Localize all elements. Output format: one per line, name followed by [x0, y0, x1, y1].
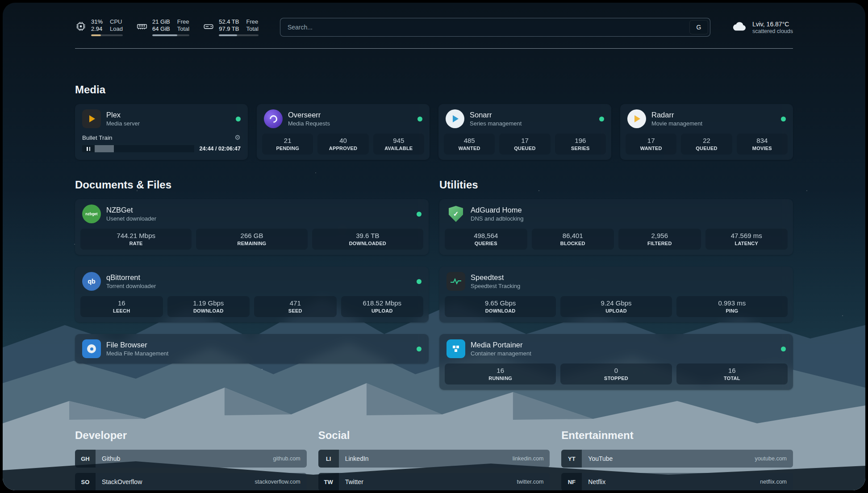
- stat-ping: 0.993 ms PING: [676, 296, 788, 317]
- playback-progress-bar[interactable]: [95, 145, 194, 152]
- section-utilities: Utilities ✓ AdGuard Home DNS and adblock…: [439, 179, 793, 390]
- service-card-speedtest[interactable]: Speedtest Speedtest Tracking 9.65 Gbps D…: [439, 267, 793, 322]
- bookmark-domain: stackoverflow.com: [255, 479, 307, 485]
- status-dot: [417, 279, 421, 284]
- plex-icon: [82, 109, 101, 128]
- bookmark-name: StackOverflow: [96, 478, 142, 485]
- bookmark-github[interactable]: GH Github github.com: [75, 450, 307, 468]
- cpu-label: CPU: [110, 18, 123, 25]
- bookmark-abbr: YT: [561, 450, 582, 468]
- cpu-usage-bar: [91, 34, 123, 36]
- stat-pending: 21 PENDING: [262, 134, 313, 155]
- status-dot: [417, 212, 421, 217]
- documents-section-title: Documents & Files: [75, 179, 429, 191]
- top-bar: 31% CPU 2.94 Load: [75, 3, 793, 37]
- service-card-radarr[interactable]: Radarr Movie management 17 WANTED 22 QUE…: [620, 104, 793, 160]
- stat-download: 9.65 Gbps DOWNLOAD: [445, 296, 556, 317]
- cpu-widget: 31% CPU 2.94 Load: [75, 18, 123, 36]
- bookmark-linkedin[interactable]: LI LinkedIn linkedin.com: [318, 450, 550, 468]
- bookmark-name: YouTube: [582, 455, 613, 462]
- memory-total-label: Total: [177, 25, 189, 32]
- stat-total: 16 TOTAL: [676, 363, 788, 384]
- service-description: Series management: [470, 120, 522, 127]
- stat-running: 16 RUNNING: [445, 363, 556, 384]
- service-card-sonarr[interactable]: Sonarr Series management 485 WANTED 17 Q…: [438, 104, 611, 160]
- bookmark-abbr: NF: [561, 473, 582, 490]
- disk-widget: 52.4 TB Free 97.9 TB Total: [203, 18, 259, 36]
- disk-icon: [203, 21, 214, 34]
- developer-section-title: Developer: [75, 429, 307, 442]
- cloud-icon: [732, 21, 748, 34]
- snow-specks: [3, 3, 4, 4]
- service-card-overseerr[interactable]: Overseerr Media Requests 21 PENDING 40 A…: [257, 104, 430, 160]
- gear-icon[interactable]: ⚙: [235, 134, 241, 142]
- stat-downloaded: 39.6 TB DOWNLOADED: [312, 229, 423, 250]
- stat-movies: 834 MOVIES: [737, 134, 788, 155]
- search-bar: G: [280, 18, 710, 37]
- bookmark-stackoverflow[interactable]: SO StackOverflow stackoverflow.com: [75, 473, 307, 490]
- weather-condition: scattered clouds: [752, 28, 793, 34]
- cpu-percent: 31%: [91, 18, 103, 25]
- section-media: Media Plex Media server Bullet Tra: [75, 84, 793, 160]
- stat-upload: 618.52 Mbps UPLOAD: [341, 296, 424, 317]
- stat-leech: 16 LEECH: [80, 296, 163, 317]
- bookmark-group-developer: Developer GH Github github.com SO StackO…: [75, 429, 307, 490]
- now-playing-title: Bullet Train: [82, 134, 113, 141]
- bookmark-domain: github.com: [273, 455, 307, 462]
- stat-filtered: 2,956 FILTERED: [618, 229, 701, 250]
- bookmark-group-social: Social LI LinkedIn linkedin.com TW Twitt…: [318, 429, 550, 490]
- service-name: qBittorrent: [106, 273, 156, 282]
- cpu-icon: [75, 21, 87, 34]
- service-card-nzbget[interactable]: nzbget NZBGet Usenet downloader 744.21 M…: [75, 199, 429, 255]
- search-provider-button[interactable]: G: [689, 20, 708, 34]
- service-description: Media File Management: [106, 350, 168, 357]
- bookmark-domain: netflix.com: [760, 479, 793, 485]
- service-name: Sonarr: [470, 111, 522, 119]
- section-documents-files: Documents & Files nzbget NZBGet Usenet d…: [75, 179, 429, 390]
- memory-free-label: Free: [177, 18, 189, 25]
- service-name: NZBGet: [106, 206, 156, 214]
- adguard-icon: ✓: [447, 205, 465, 223]
- service-card-plex[interactable]: Plex Media server Bullet Train ⚙: [75, 104, 248, 160]
- overseerr-icon: [264, 109, 283, 128]
- search-input[interactable]: [280, 18, 710, 37]
- bookmark-twitter[interactable]: TW Twitter twitter.com: [318, 473, 550, 490]
- bookmark-domain: youtube.com: [755, 455, 793, 462]
- service-description: Container management: [471, 350, 531, 357]
- service-card-qbittorrent[interactable]: qb qBittorrent Torrent downloader 16 LEE…: [75, 267, 429, 322]
- utilities-section-title: Utilities: [439, 179, 793, 191]
- pause-button[interactable]: [82, 145, 95, 152]
- playback-time: 24:44 / 02:06:47: [200, 146, 241, 152]
- stat-queued: 17 QUEUED: [499, 134, 550, 155]
- bookmark-netflix[interactable]: NF Netflix netflix.com: [561, 473, 793, 490]
- bookmark-domain: twitter.com: [517, 479, 550, 485]
- disk-usage-bar: [219, 34, 259, 36]
- disk-total-label: Total: [246, 25, 258, 32]
- bookmark-abbr: TW: [318, 473, 339, 490]
- stat-series: 196 SERIES: [555, 134, 606, 155]
- stat-remaining: 266 GB REMAINING: [196, 229, 307, 250]
- memory-widget: 21 GiB Free 64 GiB Total: [136, 18, 189, 36]
- weather-location: Lviv, 16.87°C: [752, 21, 793, 28]
- bookmark-domain: linkedin.com: [513, 455, 550, 462]
- service-description: Usenet downloader: [106, 215, 156, 222]
- bookmark-name: LinkedIn: [339, 455, 369, 462]
- service-name: Media Portainer: [471, 341, 531, 349]
- topbar-divider: [75, 48, 793, 49]
- service-card-filebrowser[interactable]: File Browser Media File Management: [75, 334, 429, 363]
- media-section-title: Media: [75, 84, 793, 96]
- service-card-adguard[interactable]: ✓ AdGuard Home DNS and adblocking 498,56…: [439, 199, 793, 255]
- dashboard-screen: 31% CPU 2.94 Load: [3, 3, 865, 490]
- nzbget-icon: nzbget: [82, 205, 101, 223]
- bookmark-youtube[interactable]: YT YouTube youtube.com: [561, 450, 793, 468]
- entertainment-section-title: Entertainment: [561, 429, 793, 442]
- bookmark-name: Github: [96, 455, 120, 462]
- service-description: DNS and adblocking: [471, 215, 524, 222]
- service-name: Speedtest: [471, 273, 520, 282]
- cpu-load: 2.94: [91, 25, 103, 32]
- service-name: AdGuard Home: [471, 206, 524, 214]
- status-dot: [599, 117, 604, 121]
- service-card-portainer[interactable]: Media Portainer Container management 16 …: [439, 334, 793, 390]
- memory-free: 21 GiB: [152, 18, 170, 25]
- service-description: Media server: [106, 120, 140, 127]
